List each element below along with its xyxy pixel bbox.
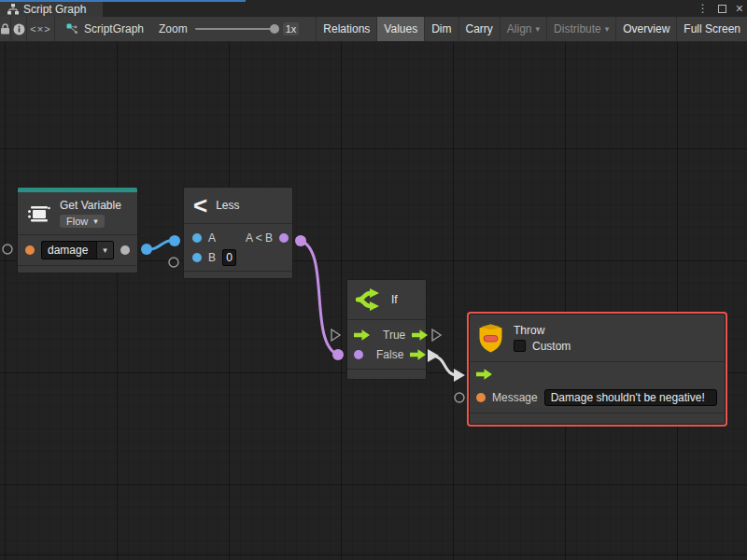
node-title: Less	[216, 199, 239, 212]
distribute-button[interactable]: Distribute ▾	[546, 17, 615, 41]
inspect-button[interactable]	[11, 17, 27, 41]
maximize-icon[interactable]	[718, 5, 726, 13]
node-if[interactable]: If True False	[346, 279, 427, 380]
throw-message-row: Message Damage shouldn't be negative!	[476, 386, 717, 409]
caret-down-icon: ▾	[605, 25, 610, 34]
node-title: Throw	[514, 324, 571, 337]
variable-name-dropdown[interactable]: damage ▾	[41, 241, 114, 259]
breadcrumb-label: ScriptGraph	[84, 22, 144, 35]
true-label: True	[383, 329, 405, 342]
throw-shield-icon	[478, 324, 503, 353]
less-input-b-row: B 0	[192, 247, 289, 267]
comparison-output-port[interactable]	[279, 233, 289, 243]
false-label: False	[376, 348, 403, 361]
flow-in-port[interactable]	[476, 369, 492, 380]
align-label: Align	[507, 22, 532, 35]
dim-label: Dim	[431, 22, 451, 35]
if-true-row: True	[354, 325, 421, 344]
node-title: If	[391, 293, 398, 306]
breadcrumb[interactable]: ScriptGraph	[55, 17, 153, 41]
node-title: Get Variable	[60, 199, 121, 212]
get-variable-port-row: damage ▾	[18, 235, 137, 265]
caret-down-icon[interactable]: ▾	[96, 242, 113, 259]
if-false-row: False	[354, 344, 421, 364]
node-throw[interactable]: Throw Custom Message Damage shouldn't be…	[469, 314, 726, 425]
toolbar-buttons: Relations Values Dim Carry Align ▾ Distr…	[316, 17, 747, 41]
caret-down-icon: ▾	[536, 25, 541, 34]
menu-kebab-icon[interactable]: ⋮	[698, 1, 709, 16]
fullscreen-label: Full Screen	[684, 22, 740, 35]
input-b-label: B	[208, 251, 216, 264]
code-icon: <×>	[30, 23, 50, 35]
node-footer	[184, 271, 292, 278]
message-port[interactable]	[476, 393, 486, 402]
relations-label: Relations	[323, 22, 370, 35]
false-out-port[interactable]	[410, 349, 426, 360]
script-graph-icon	[66, 23, 78, 35]
overview-button[interactable]: Overview	[615, 17, 676, 41]
variable-kind-value: Flow	[66, 216, 88, 227]
graph-toolbar: <×> ScriptGraph Zoom 1x Relations Values	[0, 17, 747, 42]
zoom-slider-handle[interactable]	[270, 24, 279, 34]
values-button[interactable]: Values	[376, 17, 424, 41]
variable-icon	[27, 203, 51, 224]
less-than-icon: <	[193, 193, 207, 217]
node-footer	[18, 265, 137, 273]
variable-kind-dropdown[interactable]: Flow ▾	[60, 215, 105, 228]
values-label: Values	[384, 22, 417, 35]
less-input-a-row: A A < B	[192, 228, 289, 247]
window-controls: ⋮ ×	[698, 1, 743, 16]
lock-icon	[0, 23, 10, 35]
relations-button[interactable]: Relations	[316, 17, 376, 41]
align-button[interactable]: Align ▾	[500, 17, 546, 41]
branch-icon	[356, 287, 384, 312]
input-a-label: A	[208, 231, 216, 245]
graph-hierarchy-icon	[7, 4, 19, 15]
overview-label: Overview	[623, 22, 669, 35]
tab-script-graph[interactable]: Script Graph	[0, 2, 103, 17]
condition-port[interactable]	[354, 350, 363, 359]
variable-value-output-port[interactable]	[120, 245, 130, 255]
true-out-port[interactable]	[412, 329, 428, 341]
message-label: Message	[492, 391, 538, 404]
info-icon	[13, 23, 25, 35]
script-graph-window: Script Graph ⋮ × <×>	[0, 0, 747, 560]
input-a-port[interactable]	[192, 233, 202, 243]
carry-button[interactable]: Carry	[458, 17, 500, 41]
message-input-field[interactable]: Damage shouldn't be negative!	[544, 389, 717, 406]
carry-label: Carry	[466, 22, 493, 35]
tab-title: Script Graph	[23, 3, 86, 16]
zoom-value: 1x	[283, 22, 300, 35]
input-b-port[interactable]	[192, 253, 202, 262]
input-b-value-field[interactable]: 0	[222, 249, 236, 266]
distribute-label: Distribute	[554, 22, 601, 35]
variable-name-port[interactable]	[25, 245, 35, 255]
fullscreen-button[interactable]: Full Screen	[676, 17, 747, 41]
caret-down-icon: ▾	[93, 217, 98, 226]
node-get-variable[interactable]: Get Variable Flow ▾ damage ▾	[17, 187, 138, 273]
zoom-label: Zoom	[159, 22, 188, 35]
node-less[interactable]: < Less A A < B B 0	[183, 187, 293, 279]
node-footer	[347, 369, 426, 379]
custom-checkbox-label: Custom	[532, 340, 571, 353]
custom-checkbox[interactable]	[514, 340, 526, 352]
output-label: A < B	[246, 231, 273, 245]
variable-name-value: damage	[42, 244, 96, 257]
lock-button[interactable]	[0, 17, 11, 41]
dim-button[interactable]: Dim	[424, 17, 458, 41]
close-icon[interactable]: ×	[736, 2, 743, 15]
edit-source-button[interactable]: <×>	[27, 17, 55, 41]
throw-flow-row	[476, 366, 717, 383]
zoom-slider[interactable]	[195, 28, 275, 30]
node-footer	[470, 413, 725, 424]
tab-bar: Script Graph ⋮ ×	[0, 0, 747, 17]
flow-in-port[interactable]	[354, 329, 370, 341]
zoom-control: Zoom 1x	[153, 17, 304, 41]
